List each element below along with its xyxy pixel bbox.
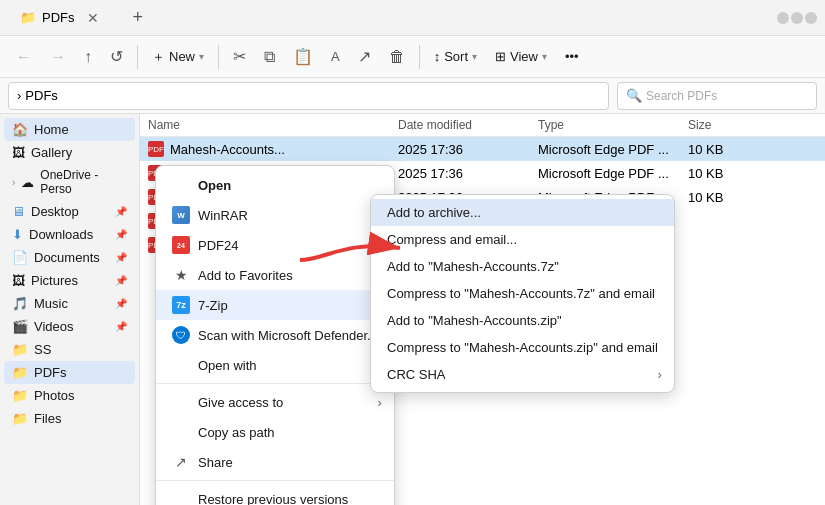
- ss-folder-icon: 📁: [12, 342, 28, 357]
- ctx-copy-path[interactable]: Copy as path: [156, 417, 394, 447]
- ctx-favorites-label: Add to Favorites: [198, 268, 293, 283]
- pin-icon-music: 📌: [115, 298, 127, 309]
- delete-button[interactable]: 🗑: [381, 44, 413, 70]
- sidebar-item-desktop[interactable]: 🖥 Desktop 📌: [4, 200, 135, 223]
- context-menu: Open W WinRAR 24 PDF24 ★ Add to Favorite…: [155, 165, 395, 505]
- sidebar-item-music[interactable]: 🎵 Music 📌: [4, 292, 135, 315]
- tab-pdfs[interactable]: 📁 PDFs ✕: [8, 4, 117, 32]
- window-minimize-button[interactable]: [777, 12, 789, 24]
- sidebar-item-onedrive[interactable]: › ☁ OneDrive - Perso: [4, 164, 135, 200]
- ctx-7zip-crc-sha[interactable]: CRC SHA: [371, 361, 674, 388]
- sidebar-item-files[interactable]: 📁 Files: [4, 407, 135, 430]
- ctx-7zip-add-7z[interactable]: Add to "Mahesh-Accounts.7z": [371, 253, 674, 280]
- breadcrumb-path: PDFs: [25, 88, 58, 103]
- favorites-icon: ★: [172, 266, 190, 284]
- ctx-share-label: Share: [198, 455, 233, 470]
- sidebar-photos-label: Photos: [34, 388, 74, 403]
- window-maximize-button[interactable]: [791, 12, 803, 24]
- ctx-7zip-compress-7z-email[interactable]: Compress to "Mahesh-Accounts.7z" and ema…: [371, 280, 674, 307]
- sidebar-item-photos[interactable]: 📁 Photos: [4, 384, 135, 407]
- ctx-winrar[interactable]: W WinRAR: [156, 200, 394, 230]
- ctx-7zip-label: 7-Zip: [198, 298, 228, 313]
- give-access-icon: [172, 393, 190, 411]
- ctx-7zip-add-archive[interactable]: Add to archive...: [371, 199, 674, 226]
- 7zip-compress-zip-email-label: Compress to "Mahesh-Accounts.zip" and em…: [387, 340, 658, 355]
- ctx-7zip-add-zip[interactable]: Add to "Mahesh-Accounts.zip": [371, 307, 674, 334]
- view-chevron-icon: ▾: [542, 51, 547, 62]
- breadcrumb[interactable]: › PDFs: [8, 82, 609, 110]
- defender-icon: 🛡: [172, 326, 190, 344]
- sidebar-home-label: Home: [34, 122, 69, 137]
- ctx-add-favorites[interactable]: ★ Add to Favorites: [156, 260, 394, 290]
- videos-icon: 🎬: [12, 319, 28, 334]
- sidebar-item-gallery[interactable]: 🖼 Gallery: [4, 141, 135, 164]
- rename-button[interactable]: A: [323, 45, 348, 68]
- pdfs-folder-icon: 📁: [12, 365, 28, 380]
- new-tab-button[interactable]: +: [125, 5, 152, 30]
- ctx-give-access-label: Give access to: [198, 395, 283, 410]
- ctx-pdf24[interactable]: 24 PDF24: [156, 230, 394, 260]
- pdf-file-icon: PDF: [148, 141, 164, 157]
- ctx-defender[interactable]: 🛡 Scan with Microsoft Defender...: [156, 320, 394, 350]
- ctx-7zip-compress-email[interactable]: Compress and email...: [371, 226, 674, 253]
- ctx-open-with[interactable]: Open with: [156, 350, 394, 380]
- sidebar-item-ss[interactable]: 📁 SS: [4, 338, 135, 361]
- sidebar-item-downloads[interactable]: ⬇ Downloads 📌: [4, 223, 135, 246]
- search-bar[interactable]: 🔍 Search PDFs: [617, 82, 817, 110]
- share-button[interactable]: ↗: [350, 43, 379, 70]
- separator-1: [137, 45, 138, 69]
- photos-folder-icon: 📁: [12, 388, 28, 403]
- new-label: New: [169, 49, 195, 64]
- paste-button[interactable]: 📋: [285, 43, 321, 70]
- search-placeholder: Search PDFs: [646, 89, 717, 103]
- more-button[interactable]: •••: [557, 45, 587, 68]
- ctx-share[interactable]: ↗ Share: [156, 447, 394, 477]
- ctx-open[interactable]: Open: [156, 170, 394, 200]
- pin-icon-pics: 📌: [115, 275, 127, 286]
- sort-icon: ↕: [434, 49, 441, 64]
- refresh-button[interactable]: ↺: [102, 43, 131, 70]
- tab-close-button[interactable]: ✕: [81, 8, 105, 28]
- pin-icon: 📌: [115, 206, 127, 217]
- pictures-icon: 🖼: [12, 273, 25, 288]
- ctx-restore[interactable]: Restore previous versions: [156, 484, 394, 505]
- ctx-7zip-compress-zip-email[interactable]: Compress to "Mahesh-Accounts.zip" and em…: [371, 334, 674, 361]
- separator-2: [218, 45, 219, 69]
- toolbar: ← → ↑ ↺ ＋ New ▾ ✂ ⧉ 📋 A ↗ 🗑 ↕ Sort ▾ ⊞ V…: [0, 36, 825, 78]
- sidebar-desktop-label: Desktop: [31, 204, 79, 219]
- file-row[interactable]: PDF Mahesh-Accounts... 2025 17:36 Micros…: [140, 137, 825, 161]
- cut-button[interactable]: ✂: [225, 43, 254, 70]
- forward-button[interactable]: →: [42, 44, 74, 70]
- gallery-icon: 🖼: [12, 145, 25, 160]
- col-header-type: Type: [538, 118, 688, 132]
- file-type: Microsoft Edge PDF ...: [538, 166, 688, 181]
- sidebar-item-pdfs[interactable]: 📁 PDFs: [4, 361, 135, 384]
- sidebar-item-documents[interactable]: 📄 Documents 📌: [4, 246, 135, 269]
- ctx-7zip[interactable]: 7z 7-Zip: [156, 290, 394, 320]
- onedrive-icon: ☁: [21, 175, 34, 190]
- pin-icon-dl: 📌: [115, 229, 127, 240]
- window-close-button[interactable]: [805, 12, 817, 24]
- sidebar-videos-label: Videos: [34, 319, 74, 334]
- view-icon: ⊞: [495, 49, 506, 64]
- view-button[interactable]: ⊞ View ▾: [487, 45, 555, 68]
- 7zip-add-archive-label: Add to archive...: [387, 205, 481, 220]
- new-button[interactable]: ＋ New ▾: [144, 44, 212, 70]
- files-folder-icon: 📁: [12, 411, 28, 426]
- documents-icon: 📄: [12, 250, 28, 265]
- ctx-give-access[interactable]: Give access to: [156, 387, 394, 417]
- copy-button[interactable]: ⧉: [256, 44, 283, 70]
- file-size: 10 KB: [688, 190, 768, 205]
- col-header-date: Date modified: [398, 118, 538, 132]
- sidebar-item-home[interactable]: 🏠 Home: [4, 118, 135, 141]
- sort-button[interactable]: ↕ Sort ▾: [426, 45, 485, 68]
- sidebar-downloads-label: Downloads: [29, 227, 93, 242]
- back-button[interactable]: ←: [8, 44, 40, 70]
- sidebar-item-pictures[interactable]: 🖼 Pictures 📌: [4, 269, 135, 292]
- tab-folder-icon: 📁: [20, 10, 36, 25]
- up-button[interactable]: ↑: [76, 44, 100, 70]
- ctx-copy-path-label: Copy as path: [198, 425, 275, 440]
- file-date: 2025 17:36: [398, 142, 538, 157]
- col-header-size: Size: [688, 118, 768, 132]
- sidebar-item-videos[interactable]: 🎬 Videos 📌: [4, 315, 135, 338]
